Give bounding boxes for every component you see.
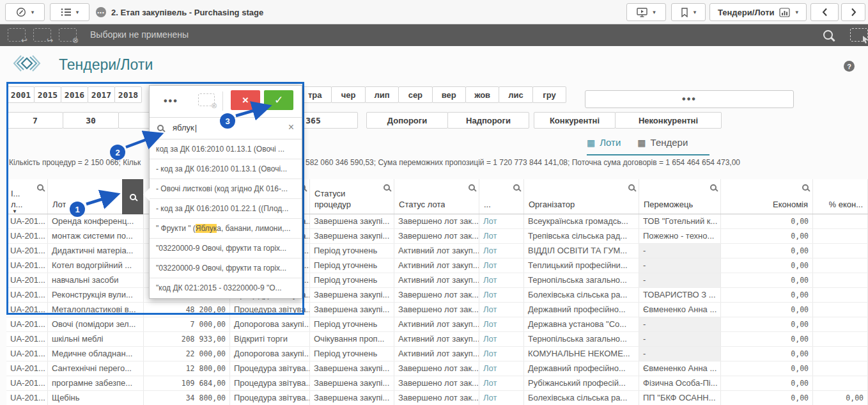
filter-year-2018[interactable]: 2018 [114,86,142,103]
filter-period-7[interactable]: 7 [7,112,63,129]
table-cell[interactable]: навчальні засоби [48,273,144,287]
table-cell[interactable]: Очікування проп... [310,332,394,346]
table-cell[interactable] [813,214,868,228]
table-cell[interactable]: Завершена закупі... [310,303,394,317]
selections-tool-icon[interactable] [850,28,868,42]
table-cell[interactable]: 208 933,00 [144,332,230,346]
table-cell[interactable]: UA-201... [6,391,48,405]
table-cell[interactable]: Лот [479,347,524,361]
filter-year-2017[interactable]: 2017 [88,86,115,103]
table-cell[interactable]: 0,00 [721,391,813,405]
table-cell[interactable]: Завершено лот зак... [394,303,479,317]
table-cell[interactable]: 0,00 [721,244,813,258]
table-cell[interactable]: Євмененко Анна ... [639,303,721,317]
column-search-icon[interactable] [37,183,43,193]
table-cell[interactable]: UA-201... [6,288,48,302]
filter-month-чер[interactable]: чер [331,86,365,103]
search-result-item[interactable]: код за ДК 016:2010 01.13.1 (Овочі ... [150,139,302,159]
filter-competition-Конкурентні[interactable]: Конкурентні [534,112,616,129]
table-cell[interactable] [813,376,868,390]
table-cell[interactable]: шкільні меблі [48,332,144,346]
table-cell[interactable]: UA-201... [6,244,48,258]
table-cell[interactable]: - [639,317,721,331]
table-cell[interactable]: Допорогова закупі... [230,347,310,361]
table-cell[interactable]: Період уточнень [310,244,394,258]
table-cell[interactable]: Тернопільська загально... [524,273,639,287]
table-cell[interactable]: Завершена закупі... [310,391,394,405]
table-cell[interactable]: - [639,244,721,258]
search-result-item[interactable]: "03220000-9 Овочі, фрукти та горіх... [150,239,302,258]
table-cell[interactable]: 12 800,00 [144,361,230,376]
table-cell[interactable]: Державний професійно... [524,303,639,317]
table-cell[interactable]: Пожежно - техно... [639,229,721,243]
next-sheet-button[interactable] [841,3,865,21]
table-cell[interactable]: Теплицький професійни... [524,258,639,273]
table-cell[interactable]: UA-201... [6,347,48,361]
filter-year-2016[interactable]: 2016 [61,86,88,103]
filter-month-жов[interactable]: жов [465,86,499,103]
table-cell[interactable]: Державна установа "Со... [524,317,639,331]
table-cell[interactable]: Період уточнень [310,273,394,287]
table-cell[interactable]: 0,00 [721,332,813,346]
table-cell[interactable]: Тернопільська загально... [524,332,639,346]
filter-threshold-Надпороги[interactable]: Надпороги [447,112,529,129]
table-cell[interactable]: Дидактичні матеріа... [48,244,144,258]
table-cell[interactable]: UA-201... [6,303,48,317]
filter-month-вер[interactable]: вер [432,86,466,103]
table-cell[interactable]: Оренда конференц... [48,214,144,228]
table-cell[interactable]: 48 200,00 [144,303,230,317]
table-cell[interactable]: Активний лот закуп... [394,317,479,331]
app-objects-button[interactable]: ▾ [50,3,89,21]
table-cell[interactable]: Лот [479,303,524,317]
table-cell[interactable] [813,361,868,376]
table-cell[interactable]: Завершена закупі... [310,361,394,376]
filter-year-2001[interactable]: 2001 [7,86,35,103]
table-cell[interactable] [813,317,868,331]
table-cell[interactable]: Активний лот закуп... [394,244,479,258]
table-cell[interactable]: Допорогова закупі... [230,317,310,331]
table-cell[interactable]: програмне забезпе... [48,376,144,390]
table-cell[interactable] [813,244,868,258]
navigation-menu-button[interactable]: ▾ [5,3,45,21]
search-result-item[interactable]: - Овочі листкові (код згідно ДК 016-... [150,179,302,199]
table-cell[interactable]: Щебінь [48,391,144,405]
table-cell[interactable]: монтаж системи по... [48,229,144,243]
clear-search-icon[interactable]: × [288,122,294,133]
table-cell[interactable]: UA-201... [6,317,48,331]
column-search-icon[interactable] [710,183,717,193]
redo-selection-icon[interactable]: ↪ [33,28,51,42]
table-cell[interactable]: Відкриті торги [230,332,310,346]
table-cell[interactable]: Лот [479,244,524,258]
table-cell[interactable]: UA-201... [6,376,48,390]
table-cell[interactable]: 0,00 [813,391,868,405]
table-cell[interactable]: Котел водогрійний ... [48,258,144,273]
table-cell[interactable] [813,273,868,287]
table-cell[interactable]: Завершена закупі... [310,229,394,243]
table-cell[interactable]: 0,00 [721,303,813,317]
filter-month-тра[interactable]: тра [298,86,332,103]
table-cell[interactable]: Державний професійно... [524,361,639,376]
search-input[interactable]: яблук| [173,123,196,132]
table-cell[interactable]: 0,00 [721,288,813,302]
table-cell[interactable]: 0,00 [721,376,813,390]
table-cell[interactable]: 0,00 [721,317,813,331]
table-cell[interactable]: Завершено лот зак... [394,229,479,243]
table-cell[interactable]: КОМУНАЛЬНЕ НЕКОМЕ... [524,347,639,361]
table-cell[interactable]: - [639,347,721,361]
clear-selection-icon[interactable]: ⊗ [198,93,215,106]
lot-column-search-button-active[interactable] [122,179,143,214]
table-cell[interactable]: Лот [479,273,524,287]
table-cell[interactable]: Лот [479,391,524,405]
table-cell[interactable] [813,229,868,243]
table-cell[interactable]: Завершено лот зак... [394,361,479,376]
table-cell[interactable]: 34 800,00 [144,391,230,405]
filter-month-гру[interactable]: гру [532,86,566,103]
table-cell[interactable]: Рубіжанський професій... [524,376,639,390]
table-cell[interactable]: UA-201... [6,258,48,273]
table-cell[interactable]: Медичне обладнан... [48,347,144,361]
sheet-selector-button[interactable]: Тендери/Лоти ▾ [709,3,807,21]
table-cell[interactable]: ТОВАРИСТВО З ... [639,288,721,302]
undo-selection-icon[interactable]: ↩ [8,28,26,42]
table-cell[interactable]: Лот [479,332,524,346]
table-cell[interactable]: UA-201... [6,229,48,243]
